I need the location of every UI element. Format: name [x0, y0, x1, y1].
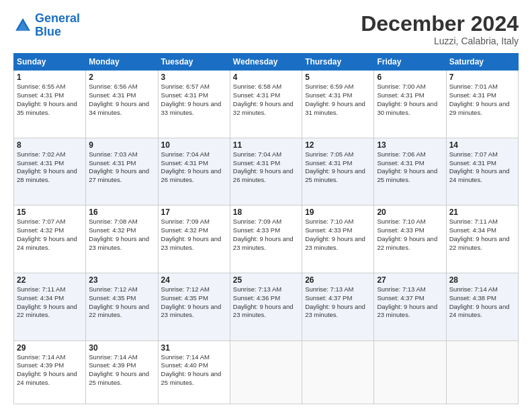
table-cell — [230, 340, 302, 404]
day-info: Sunrise: 7:09 AMSunset: 4:32 PMDaylight:… — [161, 218, 227, 252]
day-number: 20 — [377, 208, 443, 217]
day-info: Sunrise: 7:14 AMSunset: 4:38 PMDaylight:… — [449, 285, 515, 320]
day-number: 16 — [89, 208, 154, 217]
day-number: 14 — [449, 140, 515, 150]
table-cell: 3Sunrise: 6:57 AMSunset: 4:31 PMDaylight… — [158, 71, 230, 138]
day-info: Sunrise: 7:11 AMSunset: 4:34 PMDaylight:… — [17, 285, 83, 320]
day-number: 3 — [161, 73, 227, 82]
day-number: 11 — [233, 140, 299, 150]
col-tuesday: Tuesday — [158, 54, 230, 71]
day-info: Sunrise: 7:03 AMSunset: 4:31 PMDaylight:… — [89, 150, 154, 185]
day-number: 21 — [449, 208, 515, 217]
day-info: Sunrise: 7:02 AMSunset: 4:31 PMDaylight:… — [17, 150, 83, 185]
day-info: Sunrise: 7:13 AMSunset: 4:37 PMDaylight:… — [305, 285, 371, 320]
day-info: Sunrise: 7:07 AMSunset: 4:32 PMDaylight:… — [17, 218, 83, 252]
day-info: Sunrise: 7:11 AMSunset: 4:34 PMDaylight:… — [449, 218, 515, 252]
table-cell: 31Sunrise: 7:14 AMSunset: 4:40 PMDayligh… — [158, 340, 230, 404]
day-number: 23 — [89, 275, 154, 285]
day-number: 26 — [305, 275, 371, 285]
table-cell: 4Sunrise: 6:58 AMSunset: 4:31 PMDaylight… — [230, 71, 302, 138]
day-number: 15 — [17, 208, 83, 217]
day-info: Sunrise: 7:10 AMSunset: 4:33 PMDaylight:… — [377, 218, 443, 252]
month-title: December 2024 — [361, 12, 519, 36]
day-number: 10 — [161, 140, 227, 150]
day-info: Sunrise: 7:06 AMSunset: 4:31 PMDaylight:… — [377, 150, 443, 185]
day-number: 13 — [377, 140, 443, 150]
day-number: 6 — [377, 73, 443, 82]
day-number: 31 — [161, 343, 227, 353]
day-number: 28 — [449, 275, 515, 285]
day-info: Sunrise: 6:58 AMSunset: 4:31 PMDaylight:… — [233, 83, 299, 117]
col-saturday: Saturday — [446, 54, 518, 71]
title-block: December 2024 Luzzi, Calabria, Italy — [361, 12, 519, 46]
table-cell: 27Sunrise: 7:13 AMSunset: 4:37 PMDayligh… — [374, 273, 446, 340]
day-info: Sunrise: 7:10 AMSunset: 4:33 PMDaylight:… — [305, 218, 371, 252]
table-cell: 28Sunrise: 7:14 AMSunset: 4:38 PMDayligh… — [446, 273, 518, 340]
day-number: 1 — [17, 73, 83, 82]
table-cell: 29Sunrise: 7:14 AMSunset: 4:39 PMDayligh… — [14, 340, 86, 404]
page: General Blue December 2024 Luzzi, Calabr… — [0, 0, 532, 411]
day-number: 30 — [89, 343, 154, 353]
table-cell: 5Sunrise: 6:59 AMSunset: 4:31 PMDaylight… — [302, 71, 374, 138]
day-number: 8 — [17, 140, 83, 150]
table-cell: 11Sunrise: 7:04 AMSunset: 4:31 PMDayligh… — [230, 138, 302, 205]
table-cell: 7Sunrise: 7:01 AMSunset: 4:31 PMDaylight… — [446, 71, 518, 138]
day-number: 5 — [305, 73, 371, 82]
table-cell: 30Sunrise: 7:14 AMSunset: 4:39 PMDayligh… — [86, 340, 158, 404]
table-cell: 8Sunrise: 7:02 AMSunset: 4:31 PMDaylight… — [14, 138, 86, 205]
day-info: Sunrise: 7:04 AMSunset: 4:31 PMDaylight:… — [233, 150, 299, 185]
col-thursday: Thursday — [302, 54, 374, 71]
logo: General Blue — [13, 12, 80, 39]
day-info: Sunrise: 6:59 AMSunset: 4:31 PMDaylight:… — [305, 83, 371, 117]
day-number: 4 — [233, 73, 299, 82]
table-cell: 9Sunrise: 7:03 AMSunset: 4:31 PMDaylight… — [86, 138, 158, 205]
logo-line2: Blue — [35, 25, 61, 38]
day-number: 24 — [161, 275, 227, 285]
day-info: Sunrise: 6:56 AMSunset: 4:31 PMDaylight:… — [89, 83, 154, 117]
table-cell: 26Sunrise: 7:13 AMSunset: 4:37 PMDayligh… — [302, 273, 374, 340]
day-info: Sunrise: 6:55 AMSunset: 4:31 PMDaylight:… — [17, 83, 83, 117]
day-info: Sunrise: 7:08 AMSunset: 4:32 PMDaylight:… — [89, 218, 154, 252]
day-info: Sunrise: 7:12 AMSunset: 4:35 PMDaylight:… — [89, 285, 154, 320]
day-number: 19 — [305, 208, 371, 217]
day-info: Sunrise: 7:12 AMSunset: 4:35 PMDaylight:… — [161, 285, 227, 320]
day-info: Sunrise: 7:13 AMSunset: 4:37 PMDaylight:… — [377, 285, 443, 320]
day-info: Sunrise: 7:05 AMSunset: 4:31 PMDaylight:… — [305, 150, 371, 185]
day-number: 12 — [305, 140, 371, 150]
logo-line1: General — [35, 11, 80, 25]
logo-text: General Blue — [35, 12, 80, 39]
table-cell: 22Sunrise: 7:11 AMSunset: 4:34 PMDayligh… — [14, 273, 86, 340]
table-cell: 16Sunrise: 7:08 AMSunset: 4:32 PMDayligh… — [86, 205, 158, 273]
table-cell: 18Sunrise: 7:09 AMSunset: 4:33 PMDayligh… — [230, 205, 302, 273]
day-info: Sunrise: 6:57 AMSunset: 4:31 PMDaylight:… — [161, 83, 227, 117]
header: General Blue December 2024 Luzzi, Calabr… — [13, 12, 519, 46]
day-number: 17 — [161, 208, 227, 217]
day-info: Sunrise: 7:09 AMSunset: 4:33 PMDaylight:… — [233, 218, 299, 252]
day-info: Sunrise: 7:01 AMSunset: 4:31 PMDaylight:… — [449, 83, 515, 117]
table-cell: 10Sunrise: 7:04 AMSunset: 4:31 PMDayligh… — [158, 138, 230, 205]
day-number: 7 — [449, 73, 515, 82]
table-cell — [446, 340, 518, 404]
col-sunday: Sunday — [14, 54, 86, 71]
table-cell: 12Sunrise: 7:05 AMSunset: 4:31 PMDayligh… — [302, 138, 374, 205]
location: Luzzi, Calabria, Italy — [361, 36, 519, 46]
table-cell: 20Sunrise: 7:10 AMSunset: 4:33 PMDayligh… — [374, 205, 446, 273]
day-number: 18 — [233, 208, 299, 217]
logo-icon — [13, 16, 32, 35]
day-number: 2 — [89, 73, 154, 82]
day-info: Sunrise: 7:07 AMSunset: 4:31 PMDaylight:… — [449, 150, 515, 185]
table-cell — [302, 340, 374, 404]
table-cell: 1Sunrise: 6:55 AMSunset: 4:31 PMDaylight… — [14, 71, 86, 138]
day-info: Sunrise: 7:14 AMSunset: 4:40 PMDaylight:… — [161, 353, 227, 387]
col-wednesday: Wednesday — [230, 54, 302, 71]
day-info: Sunrise: 7:13 AMSunset: 4:36 PMDaylight:… — [233, 285, 299, 320]
table-cell: 15Sunrise: 7:07 AMSunset: 4:32 PMDayligh… — [14, 205, 86, 273]
calendar-header-row: Sunday Monday Tuesday Wednesday Thursday… — [14, 54, 519, 71]
table-cell: 13Sunrise: 7:06 AMSunset: 4:31 PMDayligh… — [374, 138, 446, 205]
calendar: Sunday Monday Tuesday Wednesday Thursday… — [13, 53, 519, 404]
table-cell: 2Sunrise: 6:56 AMSunset: 4:31 PMDaylight… — [86, 71, 158, 138]
table-cell: 19Sunrise: 7:10 AMSunset: 4:33 PMDayligh… — [302, 205, 374, 273]
table-cell: 24Sunrise: 7:12 AMSunset: 4:35 PMDayligh… — [158, 273, 230, 340]
table-cell — [374, 340, 446, 404]
table-cell: 6Sunrise: 7:00 AMSunset: 4:31 PMDaylight… — [374, 71, 446, 138]
